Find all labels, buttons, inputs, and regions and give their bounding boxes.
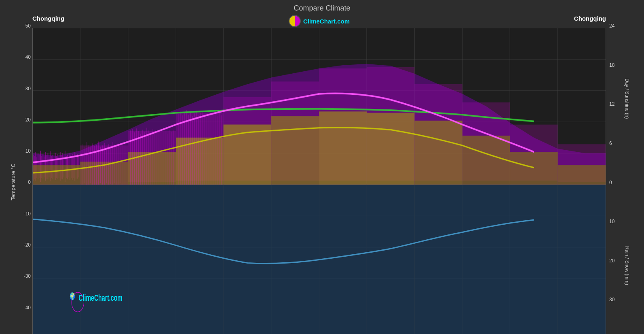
svg-rect-143 xyxy=(182,115,182,185)
r-tick-0: 0 xyxy=(609,180,612,185)
svg-rect-158 xyxy=(213,113,213,185)
svg-rect-131 xyxy=(155,131,155,185)
svg-rect-134 xyxy=(161,132,161,185)
svg-rect-91 xyxy=(319,111,367,185)
r-tick-24: 24 xyxy=(609,23,614,29)
svg-rect-93 xyxy=(414,121,462,185)
svg-rect-28 xyxy=(271,185,319,334)
r-tick-20: 20 xyxy=(609,258,614,264)
svg-rect-132 xyxy=(157,134,157,185)
svg-rect-26 xyxy=(176,185,223,334)
logo-text-top: ClimeChart.com xyxy=(303,18,350,25)
svg-rect-120 xyxy=(132,129,133,185)
svg-rect-119 xyxy=(130,130,131,185)
svg-rect-88 xyxy=(176,138,223,185)
svg-rect-128 xyxy=(148,130,149,185)
svg-rect-152 xyxy=(201,113,201,185)
svg-rect-92 xyxy=(367,113,414,185)
svg-rect-126 xyxy=(144,132,145,185)
svg-rect-114 xyxy=(116,145,117,185)
svg-rect-102 xyxy=(92,143,93,185)
svg-rect-124 xyxy=(140,134,141,185)
r-tick-12: 12 xyxy=(609,101,614,107)
svg-rect-23 xyxy=(33,185,80,334)
svg-rect-87 xyxy=(128,152,176,185)
svg-rect-148 xyxy=(192,116,193,185)
svg-rect-159 xyxy=(215,111,215,185)
svg-rect-133 xyxy=(159,130,159,185)
svg-rect-85 xyxy=(33,165,80,185)
svg-rect-97 xyxy=(82,144,82,185)
svg-rect-31 xyxy=(414,185,462,334)
svg-rect-149 xyxy=(194,113,195,185)
r-tick-30: 30 xyxy=(609,297,614,302)
svg-rect-34 xyxy=(558,185,606,334)
svg-rect-99 xyxy=(86,142,87,185)
y-tick-10: 10 xyxy=(25,148,31,154)
svg-rect-138 xyxy=(169,130,169,185)
svg-rect-123 xyxy=(138,131,139,185)
y-tick-n10: -10 xyxy=(24,211,31,217)
y-tick-20: 20 xyxy=(25,117,31,123)
svg-rect-30 xyxy=(367,185,414,334)
svg-rect-150 xyxy=(196,111,197,185)
svg-rect-146 xyxy=(188,115,189,185)
svg-rect-139 xyxy=(171,132,171,185)
y-tick-0: 0 xyxy=(28,179,31,185)
chart-plot-area: 🌍 ClimeChart.com xyxy=(32,28,606,334)
svg-rect-105 xyxy=(98,142,99,185)
svg-rect-151 xyxy=(198,115,199,185)
svg-rect-95 xyxy=(510,152,557,185)
svg-rect-144 xyxy=(184,113,184,185)
svg-text:🌍: 🌍 xyxy=(70,292,75,301)
r-tick-6: 6 xyxy=(609,140,612,146)
svg-rect-25 xyxy=(128,185,176,334)
svg-rect-125 xyxy=(142,130,143,185)
svg-rect-154 xyxy=(205,114,205,185)
svg-rect-129 xyxy=(150,133,151,185)
svg-rect-135 xyxy=(163,128,163,185)
svg-rect-32 xyxy=(462,185,510,334)
logo-top-right: ClimeChart.com xyxy=(289,15,350,27)
svg-rect-109 xyxy=(106,147,107,183)
svg-rect-89 xyxy=(224,125,271,185)
svg-rect-140 xyxy=(173,130,173,185)
y-tick-30: 30 xyxy=(25,86,31,91)
svg-rect-122 xyxy=(136,128,137,185)
svg-rect-111 xyxy=(110,146,111,184)
svg-rect-33 xyxy=(510,185,557,334)
logo-icon-top xyxy=(289,15,301,27)
y-tick-40: 40 xyxy=(25,54,31,60)
svg-rect-118 xyxy=(125,144,125,185)
svg-rect-96 xyxy=(558,165,606,185)
svg-rect-127 xyxy=(146,128,147,185)
y-tick-n40: -40 xyxy=(24,305,31,311)
svg-rect-156 xyxy=(209,112,209,185)
svg-rect-130 xyxy=(153,129,153,185)
page-title: Compare Climate xyxy=(8,4,636,13)
svg-rect-155 xyxy=(207,117,207,185)
r-tick-10: 10 xyxy=(609,219,614,224)
y-tick-n30: -30 xyxy=(24,273,31,279)
svg-rect-136 xyxy=(165,131,165,185)
svg-rect-157 xyxy=(211,115,211,185)
left-axis-label: Temperature °C xyxy=(8,15,18,334)
right-axis-top-label: Day / Sunshine (h) xyxy=(620,15,634,182)
svg-rect-147 xyxy=(190,112,191,185)
svg-rect-116 xyxy=(121,147,121,183)
y-tick-50: 50 xyxy=(25,23,31,29)
city-label-right: Chongqing xyxy=(574,15,606,22)
svg-rect-160 xyxy=(217,116,217,185)
svg-rect-100 xyxy=(88,145,89,185)
svg-rect-137 xyxy=(167,134,167,185)
y-tick-n20: -20 xyxy=(24,242,31,248)
svg-rect-24 xyxy=(80,185,128,334)
svg-rect-161 xyxy=(219,113,220,185)
right-axis-bottom-label: Rain / Snow (mm) xyxy=(620,182,634,334)
svg-rect-94 xyxy=(462,136,510,185)
svg-rect-162 xyxy=(221,115,222,185)
city-label-left: Chongqing xyxy=(32,15,64,22)
svg-rect-90 xyxy=(271,116,319,185)
svg-rect-115 xyxy=(119,143,119,185)
svg-rect-98 xyxy=(84,147,84,183)
